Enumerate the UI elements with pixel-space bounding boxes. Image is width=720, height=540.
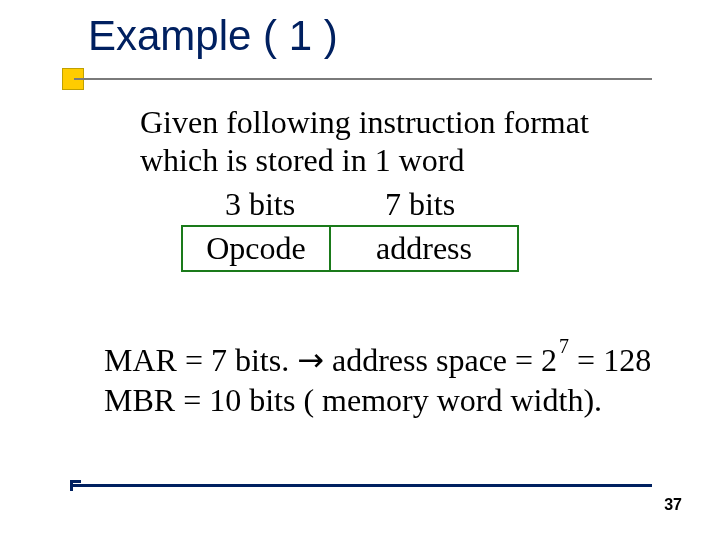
slide: Example ( 1 ) Given following instructio… <box>0 0 720 540</box>
footer-divider <box>70 484 652 487</box>
calculation-block: MAR = 7 bits. → address space = 27 = 128… <box>104 340 664 420</box>
exponent-7: 7 <box>559 335 569 357</box>
body-text: Given following instruction format which… <box>140 104 660 272</box>
page-number: 37 <box>664 496 682 514</box>
body-line-1: Given following instruction format <box>140 104 660 142</box>
bits-7-label: 7 bits <box>330 186 510 224</box>
title-divider <box>74 78 652 80</box>
arrow-icon: → <box>297 341 324 379</box>
instruction-format: 3 bits7 bits Opcode address <box>150 186 550 272</box>
mar-line: MAR = 7 bits. → address space = 27 = 128 <box>104 340 664 380</box>
mar-suffix: = 128 <box>569 342 651 378</box>
bit-width-row: 3 bits7 bits <box>150 186 550 224</box>
fields-table: Opcode address <box>181 225 519 271</box>
bits-3-label: 3 bits <box>190 186 330 224</box>
opcode-cell: Opcode <box>182 226 330 270</box>
mar-prefix: MAR = 7 bits. <box>104 342 297 378</box>
mar-mid: address space = 2 <box>324 342 557 378</box>
mbr-line: MBR = 10 bits ( memory word width). <box>104 380 664 420</box>
slide-title: Example ( 1 ) <box>88 12 338 60</box>
body-line-2: which is stored in 1 word <box>140 142 660 180</box>
address-cell: address <box>330 226 518 270</box>
